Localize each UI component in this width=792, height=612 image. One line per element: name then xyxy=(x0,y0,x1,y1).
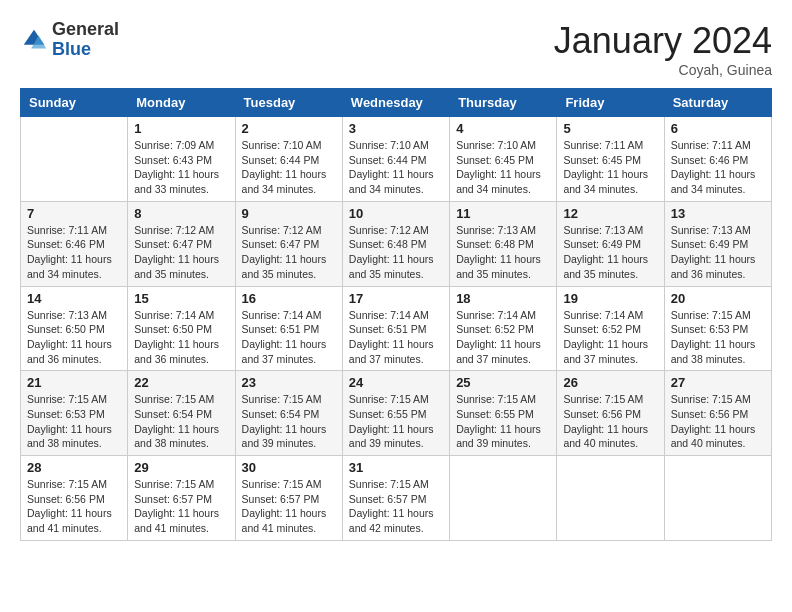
day-number: 13 xyxy=(671,206,765,221)
day-cell: 25Sunrise: 7:15 AMSunset: 6:55 PMDayligh… xyxy=(450,371,557,456)
day-info: Sunrise: 7:12 AMSunset: 6:47 PMDaylight:… xyxy=(242,223,336,282)
month-title: January 2024 xyxy=(554,20,772,62)
header-cell-sunday: Sunday xyxy=(21,89,128,117)
day-number: 24 xyxy=(349,375,443,390)
day-info: Sunrise: 7:15 AMSunset: 6:57 PMDaylight:… xyxy=(134,477,228,536)
day-info: Sunrise: 7:13 AMSunset: 6:50 PMDaylight:… xyxy=(27,308,121,367)
day-cell: 29Sunrise: 7:15 AMSunset: 6:57 PMDayligh… xyxy=(128,456,235,541)
day-number: 7 xyxy=(27,206,121,221)
day-info: Sunrise: 7:14 AMSunset: 6:50 PMDaylight:… xyxy=(134,308,228,367)
page-header: General Blue January 2024 Coyah, Guinea xyxy=(20,20,772,78)
day-number: 12 xyxy=(563,206,657,221)
day-info: Sunrise: 7:15 AMSunset: 6:57 PMDaylight:… xyxy=(242,477,336,536)
header-cell-friday: Friday xyxy=(557,89,664,117)
day-cell: 4Sunrise: 7:10 AMSunset: 6:45 PMDaylight… xyxy=(450,117,557,202)
day-number: 20 xyxy=(671,291,765,306)
day-info: Sunrise: 7:15 AMSunset: 6:55 PMDaylight:… xyxy=(349,392,443,451)
day-number: 26 xyxy=(563,375,657,390)
day-cell: 18Sunrise: 7:14 AMSunset: 6:52 PMDayligh… xyxy=(450,286,557,371)
day-info: Sunrise: 7:11 AMSunset: 6:46 PMDaylight:… xyxy=(27,223,121,282)
day-info: Sunrise: 7:15 AMSunset: 6:55 PMDaylight:… xyxy=(456,392,550,451)
day-info: Sunrise: 7:14 AMSunset: 6:51 PMDaylight:… xyxy=(242,308,336,367)
day-number: 18 xyxy=(456,291,550,306)
day-number: 29 xyxy=(134,460,228,475)
calendar-body: 1Sunrise: 7:09 AMSunset: 6:43 PMDaylight… xyxy=(21,117,772,541)
header-cell-wednesday: Wednesday xyxy=(342,89,449,117)
day-number: 11 xyxy=(456,206,550,221)
day-number: 14 xyxy=(27,291,121,306)
day-number: 17 xyxy=(349,291,443,306)
header-row: SundayMondayTuesdayWednesdayThursdayFrid… xyxy=(21,89,772,117)
day-cell xyxy=(450,456,557,541)
day-cell: 7Sunrise: 7:11 AMSunset: 6:46 PMDaylight… xyxy=(21,201,128,286)
week-row-1: 1Sunrise: 7:09 AMSunset: 6:43 PMDaylight… xyxy=(21,117,772,202)
day-info: Sunrise: 7:11 AMSunset: 6:46 PMDaylight:… xyxy=(671,138,765,197)
calendar-table: SundayMondayTuesdayWednesdayThursdayFrid… xyxy=(20,88,772,541)
day-cell: 3Sunrise: 7:10 AMSunset: 6:44 PMDaylight… xyxy=(342,117,449,202)
day-number: 4 xyxy=(456,121,550,136)
logo-text: General Blue xyxy=(52,20,119,60)
logo: General Blue xyxy=(20,20,119,60)
logo-icon xyxy=(20,26,48,54)
day-number: 16 xyxy=(242,291,336,306)
week-row-2: 7Sunrise: 7:11 AMSunset: 6:46 PMDaylight… xyxy=(21,201,772,286)
day-info: Sunrise: 7:13 AMSunset: 6:48 PMDaylight:… xyxy=(456,223,550,282)
day-number: 5 xyxy=(563,121,657,136)
day-info: Sunrise: 7:14 AMSunset: 6:51 PMDaylight:… xyxy=(349,308,443,367)
location-subtitle: Coyah, Guinea xyxy=(554,62,772,78)
day-cell: 1Sunrise: 7:09 AMSunset: 6:43 PMDaylight… xyxy=(128,117,235,202)
header-cell-tuesday: Tuesday xyxy=(235,89,342,117)
day-info: Sunrise: 7:12 AMSunset: 6:47 PMDaylight:… xyxy=(134,223,228,282)
day-info: Sunrise: 7:10 AMSunset: 6:44 PMDaylight:… xyxy=(242,138,336,197)
day-info: Sunrise: 7:09 AMSunset: 6:43 PMDaylight:… xyxy=(134,138,228,197)
day-cell: 21Sunrise: 7:15 AMSunset: 6:53 PMDayligh… xyxy=(21,371,128,456)
day-info: Sunrise: 7:13 AMSunset: 6:49 PMDaylight:… xyxy=(563,223,657,282)
day-number: 2 xyxy=(242,121,336,136)
day-cell: 26Sunrise: 7:15 AMSunset: 6:56 PMDayligh… xyxy=(557,371,664,456)
day-number: 30 xyxy=(242,460,336,475)
day-cell: 23Sunrise: 7:15 AMSunset: 6:54 PMDayligh… xyxy=(235,371,342,456)
day-number: 28 xyxy=(27,460,121,475)
header-cell-saturday: Saturday xyxy=(664,89,771,117)
day-number: 6 xyxy=(671,121,765,136)
day-info: Sunrise: 7:11 AMSunset: 6:45 PMDaylight:… xyxy=(563,138,657,197)
day-cell xyxy=(21,117,128,202)
day-info: Sunrise: 7:15 AMSunset: 6:56 PMDaylight:… xyxy=(563,392,657,451)
day-number: 3 xyxy=(349,121,443,136)
day-number: 27 xyxy=(671,375,765,390)
day-cell: 22Sunrise: 7:15 AMSunset: 6:54 PMDayligh… xyxy=(128,371,235,456)
day-cell: 16Sunrise: 7:14 AMSunset: 6:51 PMDayligh… xyxy=(235,286,342,371)
day-info: Sunrise: 7:15 AMSunset: 6:57 PMDaylight:… xyxy=(349,477,443,536)
day-info: Sunrise: 7:12 AMSunset: 6:48 PMDaylight:… xyxy=(349,223,443,282)
day-cell: 30Sunrise: 7:15 AMSunset: 6:57 PMDayligh… xyxy=(235,456,342,541)
day-number: 23 xyxy=(242,375,336,390)
day-cell: 5Sunrise: 7:11 AMSunset: 6:45 PMDaylight… xyxy=(557,117,664,202)
day-cell: 31Sunrise: 7:15 AMSunset: 6:57 PMDayligh… xyxy=(342,456,449,541)
day-number: 21 xyxy=(27,375,121,390)
week-row-3: 14Sunrise: 7:13 AMSunset: 6:50 PMDayligh… xyxy=(21,286,772,371)
day-number: 9 xyxy=(242,206,336,221)
day-cell: 24Sunrise: 7:15 AMSunset: 6:55 PMDayligh… xyxy=(342,371,449,456)
day-cell xyxy=(664,456,771,541)
day-cell xyxy=(557,456,664,541)
day-cell: 27Sunrise: 7:15 AMSunset: 6:56 PMDayligh… xyxy=(664,371,771,456)
day-info: Sunrise: 7:13 AMSunset: 6:49 PMDaylight:… xyxy=(671,223,765,282)
day-cell: 28Sunrise: 7:15 AMSunset: 6:56 PMDayligh… xyxy=(21,456,128,541)
day-cell: 9Sunrise: 7:12 AMSunset: 6:47 PMDaylight… xyxy=(235,201,342,286)
day-cell: 13Sunrise: 7:13 AMSunset: 6:49 PMDayligh… xyxy=(664,201,771,286)
day-cell: 17Sunrise: 7:14 AMSunset: 6:51 PMDayligh… xyxy=(342,286,449,371)
day-cell: 12Sunrise: 7:13 AMSunset: 6:49 PMDayligh… xyxy=(557,201,664,286)
day-number: 22 xyxy=(134,375,228,390)
day-cell: 11Sunrise: 7:13 AMSunset: 6:48 PMDayligh… xyxy=(450,201,557,286)
day-number: 10 xyxy=(349,206,443,221)
day-info: Sunrise: 7:10 AMSunset: 6:45 PMDaylight:… xyxy=(456,138,550,197)
title-block: January 2024 Coyah, Guinea xyxy=(554,20,772,78)
logo-blue: Blue xyxy=(52,39,91,59)
calendar-header: SundayMondayTuesdayWednesdayThursdayFrid… xyxy=(21,89,772,117)
header-cell-thursday: Thursday xyxy=(450,89,557,117)
day-number: 31 xyxy=(349,460,443,475)
day-cell: 2Sunrise: 7:10 AMSunset: 6:44 PMDaylight… xyxy=(235,117,342,202)
day-number: 25 xyxy=(456,375,550,390)
day-info: Sunrise: 7:10 AMSunset: 6:44 PMDaylight:… xyxy=(349,138,443,197)
day-info: Sunrise: 7:15 AMSunset: 6:54 PMDaylight:… xyxy=(134,392,228,451)
